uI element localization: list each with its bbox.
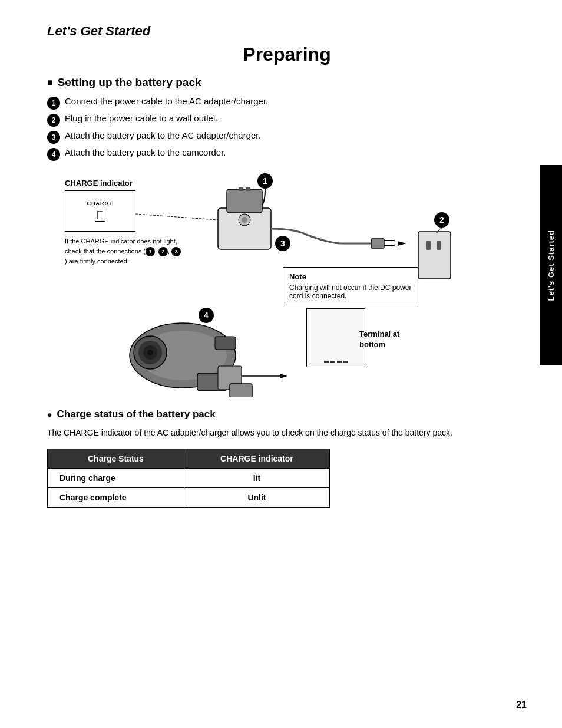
svg-text:3: 3: [280, 239, 285, 248]
note-text: Charging will not occur if the DC power …: [289, 284, 412, 300]
svg-marker-33: [280, 374, 287, 378]
charge-status-section: Charge status of the battery pack The CH…: [47, 409, 527, 508]
terminal-label-line1: Terminal at: [359, 330, 399, 338]
step-3: 3 Attach the battery pack to the AC adap…: [47, 130, 527, 144]
charge-status-heading: Charge status of the battery pack: [47, 409, 527, 420]
diagram-area: CHARGE indicator CHARGE If the CHARGE in…: [47, 173, 527, 397]
svg-rect-17: [426, 241, 431, 250]
step-2: 2 Plug in the power cable to a wall outl…: [47, 113, 527, 127]
battery-contact-2: [330, 361, 335, 363]
step-num-1: 1: [47, 97, 60, 110]
battery-contact-1: [324, 361, 329, 363]
terminal-label-line2: bottom: [359, 340, 385, 349]
svg-rect-6: [239, 187, 243, 191]
svg-text:4: 4: [204, 311, 209, 320]
svg-text:1: 1: [263, 176, 267, 186]
svg-rect-18: [437, 241, 441, 250]
step-text-3: Attach the battery pack to the AC adapte…: [65, 130, 261, 140]
charge-text: CHARGE: [87, 200, 113, 206]
sub-heading: Setting up the battery pack: [47, 76, 527, 89]
step-4: 4 Attach the battery pack to the camcord…: [47, 147, 527, 161]
row2-status: Charge complete: [48, 488, 184, 508]
svg-point-4: [242, 217, 247, 223]
svg-rect-10: [371, 239, 384, 248]
col1-header: Charge Status: [48, 449, 184, 469]
page-container: Let's Get Started Let's Get Started Prep…: [0, 0, 562, 728]
svg-rect-34: [230, 384, 252, 397]
section-header: Let's Get Started: [47, 24, 527, 39]
step-num-2: 2: [47, 114, 60, 127]
svg-text:2: 2: [439, 215, 444, 225]
charge-led: [95, 209, 105, 222]
note-title: Note: [289, 272, 412, 281]
svg-line-20: [135, 214, 218, 220]
step-text-4: Attach the battery pack to the camcorder…: [65, 147, 226, 157]
steps-list: 1 Connect the power cable to the AC adap…: [47, 96, 527, 161]
row1-status: During charge: [48, 469, 184, 488]
step-text-1: Connect the power cable to the AC adapte…: [65, 96, 268, 106]
page-title: Preparing: [47, 44, 527, 65]
battery-slot: [306, 308, 365, 367]
side-tab: Let's Get Started: [540, 165, 562, 365]
table-row: Charge complete Unlit: [48, 488, 330, 508]
svg-rect-29: [215, 337, 236, 350]
status-table: Charge Status CHARGE indicator During ch…: [47, 449, 330, 508]
charge-indicator-label: CHARGE indicator: [65, 179, 133, 187]
page-number: 21: [516, 700, 527, 710]
step-1: 1 Connect the power cable to the AC adap…: [47, 96, 527, 110]
battery-contact-4: [343, 361, 348, 363]
battery-contact-3: [337, 361, 342, 363]
side-tab-text: Let's Get Started: [547, 230, 556, 301]
table-header-row: Charge Status CHARGE indicator: [48, 449, 330, 469]
svg-rect-5: [227, 189, 262, 213]
note-box: Note Charging will not occur if the DC p…: [283, 267, 418, 305]
svg-marker-13: [398, 241, 406, 246]
table-row: During charge lit: [48, 469, 330, 488]
terminal-at-bottom-label: Terminal at bottom: [359, 329, 399, 350]
step-text-2: Plug in the power cable to a wall outlet…: [65, 113, 218, 123]
charge-status-description: The CHARGE indicator of the AC adapter/c…: [47, 426, 527, 439]
charge-indicator-box: CHARGE: [65, 190, 135, 232]
battery-slot-contacts: [324, 361, 348, 363]
col2-header: CHARGE indicator: [184, 449, 329, 469]
svg-point-28: [147, 350, 153, 355]
step-num-3: 3: [47, 131, 60, 144]
svg-rect-7: [246, 187, 250, 191]
svg-rect-16: [418, 232, 451, 279]
row1-indicator: lit: [184, 469, 329, 488]
step-num-4: 4: [47, 148, 60, 161]
row2-indicator: Unlit: [184, 488, 329, 508]
